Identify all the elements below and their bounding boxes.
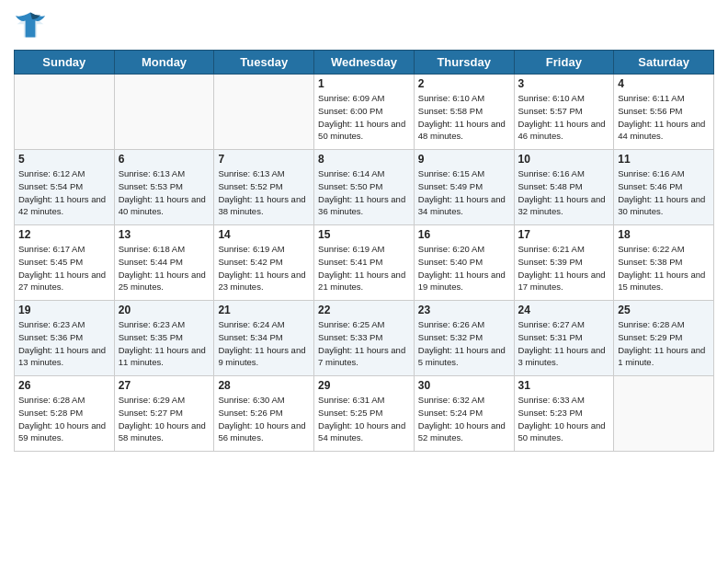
day-cell [214, 75, 314, 150]
weekday-header-row: SundayMondayTuesdayWednesdayThursdayFrid… [15, 51, 714, 75]
day-info: Sunrise: 6:25 AMSunset: 5:33 PMDaylight:… [318, 318, 410, 369]
day-cell: 14Sunrise: 6:19 AMSunset: 5:42 PMDayligh… [214, 225, 314, 301]
day-info: Sunrise: 6:23 AMSunset: 5:35 PMDaylight:… [119, 318, 210, 369]
day-cell: 17Sunrise: 6:21 AMSunset: 5:39 PMDayligh… [514, 225, 614, 301]
day-number: 5 [18, 153, 110, 166]
day-info: Sunrise: 6:12 AMSunset: 5:54 PMDaylight:… [18, 167, 110, 218]
day-cell [15, 75, 115, 150]
day-cell: 12Sunrise: 6:17 AMSunset: 5:45 PMDayligh… [15, 225, 115, 301]
day-cell: 3Sunrise: 6:10 AMSunset: 5:57 PMDaylight… [514, 75, 614, 150]
day-info: Sunrise: 6:15 AMSunset: 5:49 PMDaylight:… [418, 167, 510, 218]
day-number: 2 [418, 77, 510, 90]
day-info: Sunrise: 6:13 AMSunset: 5:52 PMDaylight:… [218, 167, 310, 218]
day-number: 10 [518, 153, 610, 166]
day-number: 31 [518, 379, 610, 392]
day-cell: 27Sunrise: 6:29 AMSunset: 5:27 PMDayligh… [114, 376, 214, 452]
day-info: Sunrise: 6:16 AMSunset: 5:46 PMDaylight:… [618, 167, 710, 218]
day-info: Sunrise: 6:18 AMSunset: 5:44 PMDaylight:… [119, 243, 210, 293]
day-info: Sunrise: 6:19 AMSunset: 5:42 PMDaylight:… [218, 243, 310, 293]
page: SundayMondayTuesdayWednesdayThursdayFrid… [0, 0, 728, 563]
day-number: 7 [218, 153, 310, 166]
day-number: 23 [418, 304, 510, 316]
day-info: Sunrise: 6:21 AMSunset: 5:39 PMDaylight:… [518, 243, 610, 293]
weekday-header-thursday: Thursday [414, 51, 514, 75]
day-info: Sunrise: 6:13 AMSunset: 5:53 PMDaylight:… [119, 167, 210, 218]
day-cell: 22Sunrise: 6:25 AMSunset: 5:33 PMDayligh… [314, 301, 415, 376]
day-cell: 31Sunrise: 6:33 AMSunset: 5:23 PMDayligh… [514, 376, 614, 452]
day-info: Sunrise: 6:17 AMSunset: 5:45 PMDaylight:… [18, 243, 110, 293]
day-number: 30 [418, 379, 510, 392]
day-cell: 20Sunrise: 6:23 AMSunset: 5:35 PMDayligh… [114, 301, 214, 376]
day-number: 1 [318, 77, 410, 90]
day-number: 14 [218, 228, 310, 241]
day-info: Sunrise: 6:14 AMSunset: 5:50 PMDaylight:… [318, 167, 410, 218]
day-number: 17 [518, 228, 610, 241]
weekday-header-saturday: Saturday [614, 51, 714, 75]
day-info: Sunrise: 6:10 AMSunset: 5:58 PMDaylight:… [418, 92, 510, 143]
day-cell: 6Sunrise: 6:13 AMSunset: 5:53 PMDaylight… [114, 150, 214, 225]
day-number: 4 [618, 77, 710, 90]
day-cell: 4Sunrise: 6:11 AMSunset: 5:56 PMDaylight… [614, 75, 714, 150]
day-number: 11 [618, 153, 710, 166]
day-cell: 21Sunrise: 6:24 AMSunset: 5:34 PMDayligh… [214, 301, 314, 376]
day-cell: 30Sunrise: 6:32 AMSunset: 5:24 PMDayligh… [414, 376, 514, 452]
day-cell: 29Sunrise: 6:31 AMSunset: 5:25 PMDayligh… [314, 376, 415, 452]
day-cell: 2Sunrise: 6:10 AMSunset: 5:58 PMDaylight… [414, 75, 514, 150]
day-number: 6 [119, 153, 210, 166]
day-number: 9 [418, 153, 510, 166]
day-info: Sunrise: 6:33 AMSunset: 5:23 PMDaylight:… [518, 394, 610, 444]
day-info: Sunrise: 6:09 AMSunset: 6:00 PMDaylight:… [318, 92, 410, 143]
day-cell: 5Sunrise: 6:12 AMSunset: 5:54 PMDaylight… [15, 150, 115, 225]
day-info: Sunrise: 6:22 AMSunset: 5:38 PMDaylight:… [618, 243, 710, 293]
day-number: 12 [18, 228, 110, 241]
weekday-header-wednesday: Wednesday [314, 51, 415, 75]
day-info: Sunrise: 6:16 AMSunset: 5:48 PMDaylight:… [518, 167, 610, 218]
day-cell: 1Sunrise: 6:09 AMSunset: 6:00 PMDaylight… [314, 75, 415, 150]
week-row-1: 1Sunrise: 6:09 AMSunset: 6:00 PMDaylight… [15, 75, 714, 150]
day-cell: 16Sunrise: 6:20 AMSunset: 5:40 PMDayligh… [414, 225, 514, 301]
day-cell: 25Sunrise: 6:28 AMSunset: 5:29 PMDayligh… [614, 301, 714, 376]
day-number: 27 [119, 379, 210, 392]
day-cell: 23Sunrise: 6:26 AMSunset: 5:32 PMDayligh… [414, 301, 514, 376]
day-info: Sunrise: 6:29 AMSunset: 5:27 PMDaylight:… [119, 394, 210, 444]
day-number: 13 [119, 228, 210, 241]
day-cell: 15Sunrise: 6:19 AMSunset: 5:41 PMDayligh… [314, 225, 415, 301]
day-number: 24 [518, 304, 610, 316]
weekday-header-friday: Friday [514, 51, 614, 75]
calendar-table: SundayMondayTuesdayWednesdayThursdayFrid… [14, 50, 714, 452]
week-row-3: 12Sunrise: 6:17 AMSunset: 5:45 PMDayligh… [15, 225, 714, 301]
day-info: Sunrise: 6:24 AMSunset: 5:34 PMDaylight:… [218, 318, 310, 369]
day-number: 28 [218, 379, 310, 392]
day-cell: 11Sunrise: 6:16 AMSunset: 5:46 PMDayligh… [614, 150, 714, 225]
day-number: 19 [18, 304, 110, 316]
day-info: Sunrise: 6:11 AMSunset: 5:56 PMDaylight:… [618, 92, 710, 143]
day-number: 29 [318, 379, 410, 392]
header [14, 9, 714, 42]
day-number: 22 [318, 304, 410, 316]
day-cell: 24Sunrise: 6:27 AMSunset: 5:31 PMDayligh… [514, 301, 614, 376]
day-info: Sunrise: 6:28 AMSunset: 5:28 PMDaylight:… [18, 394, 110, 444]
weekday-header-tuesday: Tuesday [214, 51, 314, 75]
day-info: Sunrise: 6:23 AMSunset: 5:36 PMDaylight:… [18, 318, 110, 369]
week-row-2: 5Sunrise: 6:12 AMSunset: 5:54 PMDaylight… [15, 150, 714, 225]
day-info: Sunrise: 6:31 AMSunset: 5:25 PMDaylight:… [318, 394, 410, 444]
weekday-header-monday: Monday [114, 51, 214, 75]
day-number: 20 [119, 304, 210, 316]
day-cell: 7Sunrise: 6:13 AMSunset: 5:52 PMDaylight… [214, 150, 314, 225]
day-cell: 28Sunrise: 6:30 AMSunset: 5:26 PMDayligh… [214, 376, 314, 452]
day-cell: 13Sunrise: 6:18 AMSunset: 5:44 PMDayligh… [114, 225, 214, 301]
day-info: Sunrise: 6:32 AMSunset: 5:24 PMDaylight:… [418, 394, 510, 444]
day-cell: 19Sunrise: 6:23 AMSunset: 5:36 PMDayligh… [15, 301, 115, 376]
week-row-4: 19Sunrise: 6:23 AMSunset: 5:36 PMDayligh… [15, 301, 714, 376]
logo [14, 9, 51, 42]
day-cell: 26Sunrise: 6:28 AMSunset: 5:28 PMDayligh… [15, 376, 115, 452]
day-number: 3 [518, 77, 610, 90]
day-info: Sunrise: 6:20 AMSunset: 5:40 PMDaylight:… [418, 243, 510, 293]
day-number: 16 [418, 228, 510, 241]
day-number: 8 [318, 153, 410, 166]
day-cell [114, 75, 214, 150]
day-cell: 18Sunrise: 6:22 AMSunset: 5:38 PMDayligh… [614, 225, 714, 301]
day-info: Sunrise: 6:27 AMSunset: 5:31 PMDaylight:… [518, 318, 610, 369]
day-cell: 9Sunrise: 6:15 AMSunset: 5:49 PMDaylight… [414, 150, 514, 225]
day-cell: 10Sunrise: 6:16 AMSunset: 5:48 PMDayligh… [514, 150, 614, 225]
